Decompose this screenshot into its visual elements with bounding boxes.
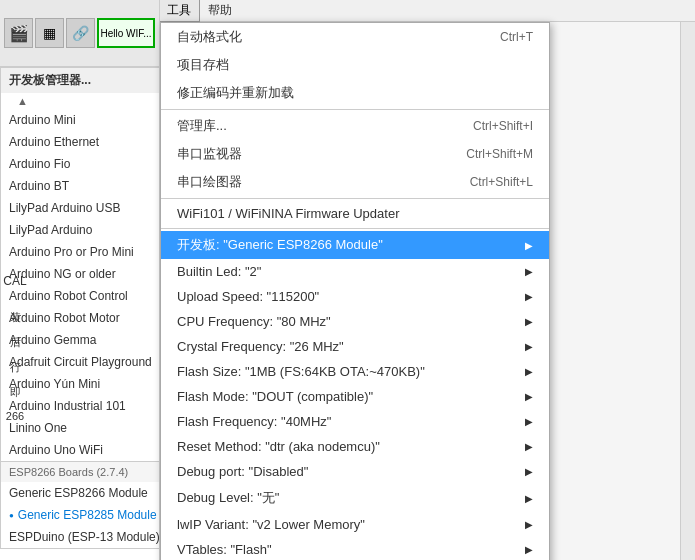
menu-crystal-freq[interactable]: Crystal Frequency: "26 MHz" ▶ <box>161 334 549 359</box>
board-robot-control[interactable]: Arduino Robot Control <box>1 285 159 307</box>
board-arduino-mini[interactable]: Arduino Mini <box>1 109 159 131</box>
flash-size-arrow: ▶ <box>525 366 533 377</box>
menu-builtin-led[interactable]: Builtin Led: "2" ▶ <box>161 259 549 284</box>
board-esp8285[interactable]: Generic ESP8285 Module <box>1 504 159 526</box>
vtables-arrow: ▶ <box>525 544 533 555</box>
menu-manage-libraries[interactable]: 管理库... Ctrl+Shift+I <box>161 112 549 140</box>
triangle-indicator: ▲ <box>1 93 159 109</box>
install-label: 装 <box>0 310 30 325</box>
now-label: 即 <box>0 385 30 400</box>
board-espduino[interactable]: ESPDuino (ESP-13 Module) <box>1 526 159 548</box>
cal-label: CAL <box>0 274 30 288</box>
menu-board[interactable]: 开发板: "Generic ESP8266 Module" ▶ <box>161 231 549 259</box>
crystal-freq-arrow: ▶ <box>525 341 533 352</box>
board-arduino-fio[interactable]: Arduino Fio <box>1 153 159 175</box>
lwip-arrow: ▶ <box>525 519 533 530</box>
board-arduino-ethernet[interactable]: Arduino Ethernet <box>1 131 159 153</box>
menu-archive-sketch[interactable]: 项目存档 <box>161 51 549 79</box>
board-lilypad[interactable]: LilyPad Arduino <box>1 219 159 241</box>
board-esp8266[interactable]: Generic ESP8266 Module <box>1 482 159 504</box>
board-lilypad-usb[interactable]: LilyPad Arduino USB <box>1 197 159 219</box>
board-manager-section: 开发板管理器... ▲ Arduino Mini Arduino Etherne… <box>0 67 160 549</box>
menu-debug-level[interactable]: Debug Level: "无" ▶ <box>161 484 549 512</box>
board-arduino-bt[interactable]: Arduino BT <box>1 175 159 197</box>
separator-3 <box>161 228 549 229</box>
later-label: 后 <box>0 335 30 350</box>
toolbar-hello-btn: Hello WIF... <box>97 18 155 48</box>
debug-level-arrow: ▶ <box>525 493 533 504</box>
builtin-led-arrow: ▶ <box>525 266 533 277</box>
debug-port-arrow: ▶ <box>525 466 533 477</box>
board-uno-wifi[interactable]: Arduino Uno WiFi <box>1 439 159 461</box>
toolbar-table-btn[interactable]: ▦ <box>35 18 64 48</box>
menu-auto-format[interactable]: 自动格式化 Ctrl+T <box>161 23 549 51</box>
menu-serial-monitor[interactable]: 串口监视器 Ctrl+Shift+M <box>161 140 549 168</box>
upload-speed-arrow: ▶ <box>525 291 533 302</box>
menu-fix-encoding[interactable]: 修正编码并重新加载 <box>161 79 549 107</box>
board-arrow: ▶ <box>525 240 533 251</box>
menu-wifi-firmware[interactable]: WiFi101 / WiFiNINA Firmware Updater <box>161 201 549 226</box>
board-arduino-pro[interactable]: Arduino Pro or Pro Mini <box>1 241 159 263</box>
menu-help[interactable]: 帮助 <box>200 0 240 21</box>
separator-2 <box>161 198 549 199</box>
menu-lwip[interactable]: lwIP Variant: "v2 Lower Memory" ▶ <box>161 512 549 537</box>
reset-method-arrow: ▶ <box>525 441 533 452</box>
menu-flash-size[interactable]: Flash Size: "1MB (FS:64KB OTA:~470KB)" ▶ <box>161 359 549 384</box>
menu-cpu-freq[interactable]: CPU Frequency: "80 MHz" ▶ <box>161 309 549 334</box>
run-label: 行 <box>0 360 30 375</box>
menu-flash-mode[interactable]: Flash Mode: "DOUT (compatible)" ▶ <box>161 384 549 409</box>
menu-upload-speed[interactable]: Upload Speed: "115200" ▶ <box>161 284 549 309</box>
board-manager-btn[interactable]: 开发板管理器... <box>1 68 159 93</box>
right-scrollbar[interactable] <box>680 0 695 560</box>
flash-mode-arrow: ▶ <box>525 391 533 402</box>
menu-flash-freq[interactable]: Flash Frequency: "40MHz" ▶ <box>161 409 549 434</box>
esp-section-label: ESP8266 Boards (2.7.4) <box>1 461 159 482</box>
menu-tools[interactable]: 工具 <box>158 0 200 22</box>
cpu-freq-arrow: ▶ <box>525 316 533 327</box>
flash-freq-arrow: ▶ <box>525 416 533 427</box>
toolbar-link-btn[interactable]: 🔗 <box>66 18 95 48</box>
menu-reset-method[interactable]: Reset Method: "dtr (aka nodemcu)" ▶ <box>161 434 549 459</box>
menu-vtables[interactable]: VTables: "Flash" ▶ <box>161 537 549 560</box>
separator-1 <box>161 109 549 110</box>
toolbar-video-btn[interactable]: 🎬 <box>4 18 33 48</box>
menu-debug-port[interactable]: Debug port: "Disabled" ▶ <box>161 459 549 484</box>
tools-dropdown-menu: 自动格式化 Ctrl+T 项目存档 修正编码并重新加载 管理库... Ctrl+… <box>160 22 550 560</box>
number-label: 266 <box>0 410 30 422</box>
menu-serial-plotter[interactable]: 串口绘图器 Ctrl+Shift+L <box>161 168 549 196</box>
